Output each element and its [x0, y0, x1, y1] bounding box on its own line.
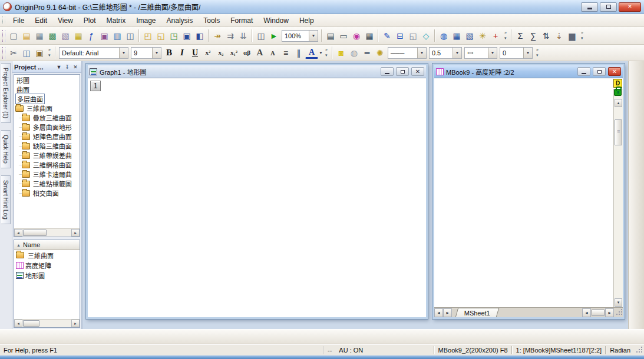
refresh-view-icon[interactable]: ◍	[437, 29, 450, 42]
tree-item-selected[interactable]: 多层曲面	[14, 94, 80, 104]
toolbar-grip[interactable]	[2, 30, 6, 42]
project-hierarchy-icon[interactable]: ◇	[420, 29, 432, 42]
line-width-select[interactable]: 0.5▼	[429, 47, 462, 59]
scroll-right-icon[interactable]: ▸	[71, 320, 80, 327]
open-excel-icon[interactable]: ◳	[167, 29, 180, 42]
menu-matrix[interactable]: Matrix	[102, 15, 131, 26]
tile-windows-icon[interactable]: ⊟	[394, 29, 407, 42]
matrix-vertical-scrollbar[interactable]: ▲ ▼	[613, 89, 623, 307]
scroll-right-icon[interactable]: ▸	[71, 229, 80, 237]
border-style-select[interactable]: ▭▼	[464, 47, 497, 59]
scroll-left-icon[interactable]: ◂	[14, 229, 22, 237]
menu-edit[interactable]: Edit	[30, 15, 52, 26]
open-icon[interactable]: ◰	[141, 29, 154, 42]
toolbar-overflow-icon[interactable]: »▾	[323, 46, 330, 59]
dropdown-arrow-icon[interactable]: ▼	[523, 48, 532, 58]
menu-window[interactable]: Window	[259, 15, 293, 26]
hscroll-thumb[interactable]	[592, 310, 605, 316]
font-select[interactable]: Default: Arial▼	[59, 47, 128, 59]
pattern-width-select[interactable]: 0▼	[500, 47, 533, 59]
close-button[interactable]: ✕	[619, 2, 641, 12]
zoom-select[interactable]: 100%▼	[282, 30, 318, 42]
image-capture-icon[interactable]: ◉	[350, 29, 363, 42]
matrix-sheet[interactable]: D ▲ ▼	[434, 78, 623, 307]
font-decrease-icon[interactable]: ᴀ	[266, 46, 279, 59]
side-tab-3[interactable]: Smart Hint Log	[1, 175, 11, 224]
import-wizard-icon[interactable]: ↠	[211, 29, 224, 42]
options-gear-icon[interactable]: ✳	[476, 29, 489, 42]
line-color-icon[interactable]: ━	[361, 46, 374, 59]
slide-show-icon[interactable]: ▭	[337, 29, 350, 42]
minimize-button[interactable]	[581, 2, 598, 12]
video-export-icon[interactable]: ▦	[363, 29, 376, 42]
tree-folder[interactable]: ┈三維點標籤圖	[14, 179, 80, 188]
list-horizontal-scrollbar[interactable]: ◂ ▸	[14, 319, 80, 327]
copy-icon[interactable]: ◫	[20, 46, 33, 59]
tree-folder[interactable]: ┈缺陷三維曲面	[14, 141, 80, 151]
menu-file[interactable]: File	[8, 15, 29, 26]
subscript-icon[interactable]: x₂	[214, 46, 227, 59]
column-plot-mini-icon[interactable]: ▆	[566, 29, 579, 42]
resize-grip[interactable]	[615, 309, 623, 317]
cascade-windows-icon[interactable]: ◱	[407, 29, 420, 42]
toolbar-overflow-icon[interactable]: »▾	[502, 29, 509, 42]
maximize-button[interactable]	[600, 2, 617, 12]
dropdown-arrow-icon[interactable]: ▼	[417, 48, 426, 58]
tree-item-clipped[interactable]: 形圖	[14, 75, 80, 85]
align-icon[interactable]: ≡	[279, 46, 292, 59]
pattern-color-icon[interactable]: ◍	[348, 46, 361, 59]
graph-window[interactable]: Graph1 - 地形圖 ✕ 1	[86, 64, 428, 319]
matrix-window[interactable]: MBook9 - 高度矩陣 :2/2 ✕ D ▲ ▼	[432, 64, 625, 319]
glow-icon[interactable]: ✺	[374, 46, 387, 59]
matrix-restore-button[interactable]	[593, 67, 606, 76]
tree-folder-root[interactable]: 三維曲面	[14, 104, 80, 113]
font-color-icon[interactable]: A	[305, 47, 318, 59]
side-tab-2[interactable]: Quick Help	[1, 130, 11, 168]
new-project-icon[interactable]: ▢	[7, 29, 20, 42]
italic-icon[interactable]: I	[176, 46, 189, 59]
scroll-down-icon[interactable]: ▼	[615, 298, 622, 307]
hscroll-left-icon[interactable]: ◂	[582, 308, 591, 317]
worksheet-view-icon[interactable]: ▦	[450, 29, 463, 42]
statistics-sum-icon[interactable]: Σ	[514, 29, 527, 42]
add-new-column-icon[interactable]: +	[489, 29, 502, 42]
font-increase-icon[interactable]: A	[253, 46, 266, 59]
new-matrix-icon[interactable]: ▩	[46, 29, 59, 42]
dropdown-arrow-icon[interactable]: ▼	[309, 31, 318, 41]
scroll-thumb[interactable]	[615, 119, 622, 145]
graph-restore-button[interactable]	[396, 67, 409, 76]
menu-plot[interactable]: Plot	[79, 15, 101, 26]
greek-icon[interactable]: αβ	[240, 46, 253, 59]
menu-analysis[interactable]: Analysis	[162, 15, 198, 26]
new-layout-icon[interactable]: ▣	[98, 29, 111, 42]
dropdown-arrow-icon[interactable]: ▼	[453, 48, 461, 58]
toolbar-overflow-icon[interactable]: »▾	[534, 46, 541, 59]
font-color-dropdown-icon[interactable]: ▼	[319, 51, 323, 55]
bold-icon[interactable]: B	[163, 46, 176, 59]
duplicate-window-icon[interactable]: ◫	[255, 29, 267, 42]
side-tab-1[interactable]: Project Explorer (1)	[1, 63, 11, 123]
dropdown-arrow-icon[interactable]: ▼	[119, 48, 128, 58]
graph-minimize-button[interactable]	[381, 67, 394, 76]
panel-pin-icon[interactable]: ↧	[63, 63, 71, 71]
tree-folder[interactable]: ┈三維網格曲面	[14, 160, 80, 169]
open-template-icon[interactable]: ◱	[154, 29, 167, 42]
superscript-icon[interactable]: x²	[202, 46, 214, 59]
new-folder-icon[interactable]: ▤	[20, 29, 33, 42]
name-column-header[interactable]: ▲ Name	[14, 240, 80, 250]
tree-folder[interactable]: ┈三維卡迪爾曲	[14, 169, 80, 179]
format-editor-icon[interactable]: ▧	[463, 29, 476, 42]
import-ascii-icon[interactable]: ⇉	[224, 29, 237, 42]
paste-icon[interactable]: ▣	[33, 46, 46, 59]
save-template-icon[interactable]: ◧	[193, 29, 206, 42]
underline-icon[interactable]: U	[189, 46, 202, 59]
scroll-thumb[interactable]	[23, 320, 39, 327]
toolbar-overflow-icon[interactable]: »▾	[46, 46, 53, 59]
new-analysis-icon[interactable]: ◫	[124, 29, 137, 42]
run-script-icon[interactable]: ►	[267, 29, 280, 42]
sort-icon[interactable]: ⇅	[540, 29, 553, 42]
window-resize-grip[interactable]	[635, 347, 643, 354]
content-item-matrix[interactable]: 高度矩陣	[14, 260, 80, 270]
line-style-select[interactable]: ───▼	[388, 47, 427, 59]
content-item-folder[interactable]: 三維曲面	[14, 250, 80, 260]
